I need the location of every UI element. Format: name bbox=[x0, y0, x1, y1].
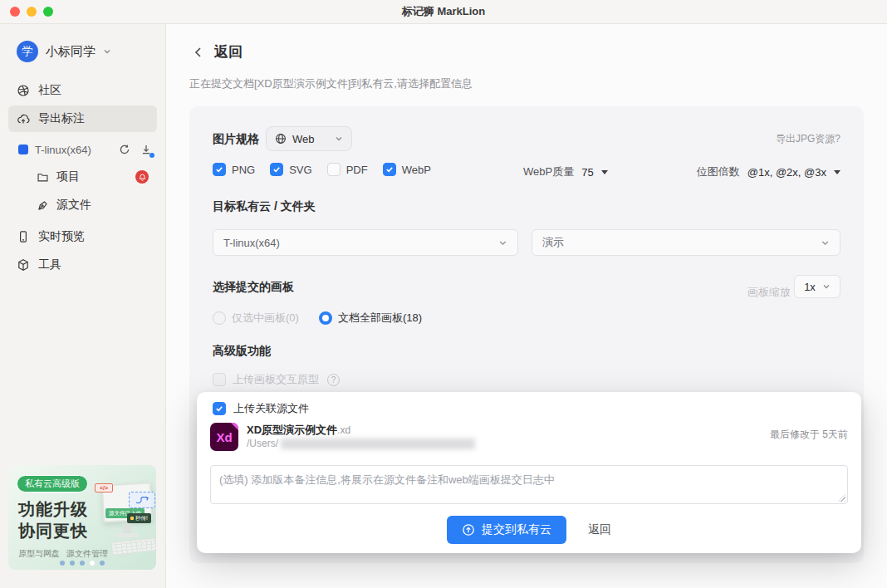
upload-icon bbox=[462, 523, 475, 537]
sidebar-item-label: 社区 bbox=[38, 83, 61, 98]
checkbox-icon bbox=[270, 163, 283, 176]
radio-icon bbox=[213, 311, 226, 325]
upload-prototype-checkbox[interactable]: 上传画板交互原型 ? bbox=[213, 372, 340, 387]
keyboard-illustration bbox=[110, 537, 156, 556]
chevron-left-icon bbox=[193, 47, 204, 58]
sidebar-item-live-preview[interactable]: 实时预览 bbox=[8, 223, 157, 250]
device-row[interactable]: T-linux(x64) bbox=[0, 137, 165, 162]
promo-title-1: 功能升级 bbox=[18, 498, 88, 521]
sidebar-item-label: 实时预览 bbox=[38, 229, 85, 244]
premium-promo-banner[interactable]: </> 源文件已上传 秒传! 私有云高级版 功能升级 协同更快 原型与网盘源文件… bbox=[8, 465, 156, 570]
sidebar-item-label: 源文件 bbox=[56, 198, 91, 213]
checkbox-icon bbox=[213, 402, 226, 415]
upload-source-checkbox[interactable]: 上传关联源文件 bbox=[213, 401, 309, 416]
code-tag: </> bbox=[95, 483, 113, 492]
help-icon[interactable]: ? bbox=[327, 374, 340, 386]
minimize-button[interactable] bbox=[27, 7, 37, 17]
bell-icon bbox=[139, 174, 146, 181]
xd-file-icon: Xd bbox=[210, 423, 238, 451]
promo-title-2: 协同更快 bbox=[18, 520, 88, 542]
cloud-upload-icon bbox=[17, 112, 30, 125]
caret-down-icon bbox=[601, 170, 608, 174]
sidebar-item-tools[interactable]: 工具 bbox=[8, 252, 157, 278]
target-cloud-select[interactable]: T-linux(x64) bbox=[213, 229, 518, 256]
radio-all-boards[interactable]: 文档全部画板(18) bbox=[319, 311, 422, 326]
promo-footer: 原型与网盘源文件管理 bbox=[18, 548, 108, 560]
format-checkbox-group: PNG SVG PDF WebP bbox=[213, 163, 431, 176]
target-section-title: 目标私有云 / 文件夹 bbox=[213, 199, 316, 214]
chevron-down-icon bbox=[335, 135, 343, 143]
last-modified: 最后修改于 5天前 bbox=[770, 428, 848, 442]
globe-icon bbox=[275, 133, 287, 145]
back-button[interactable]: 返回 bbox=[193, 42, 243, 61]
sidebar-item-label: 工具 bbox=[38, 257, 61, 272]
upload-source-label: 上传关联源文件 bbox=[233, 401, 309, 416]
avatar: 学 bbox=[17, 41, 38, 62]
file-extension: .xd bbox=[337, 424, 350, 436]
file-name: XD原型演示例文件.xd bbox=[247, 423, 350, 438]
redacted-path bbox=[281, 439, 475, 449]
sidebar-item-community[interactable]: 社区 bbox=[8, 77, 157, 104]
refresh-icon[interactable] bbox=[119, 144, 130, 155]
notification-badge bbox=[135, 170, 149, 184]
target-folder-select[interactable]: 演示 bbox=[532, 229, 840, 256]
board-radio-group: 仅选中画板(0) 文档全部画板(18) bbox=[213, 311, 422, 326]
close-button[interactable] bbox=[10, 7, 20, 17]
format-svg[interactable]: SVG bbox=[270, 163, 311, 176]
carousel-dots[interactable] bbox=[8, 561, 156, 566]
instant-tag: 秒传! bbox=[127, 513, 151, 523]
page-subtitle: 正在提交文档[XD原型演示例文件]到私有云,请选择配置信息 bbox=[189, 76, 473, 91]
premium-section-title: 高级版功能 bbox=[213, 344, 271, 359]
chevron-down-icon bbox=[498, 238, 507, 247]
modal-back-link[interactable]: 返回 bbox=[588, 522, 611, 537]
board-section-title: 选择提交的画板 bbox=[213, 280, 294, 295]
user-menu[interactable]: 学 小标同学 bbox=[0, 24, 165, 76]
board-zoom-label: 画板缩放 bbox=[747, 285, 791, 300]
format-png[interactable]: PNG bbox=[213, 163, 255, 176]
checkbox-icon bbox=[383, 163, 396, 176]
caret-down-icon bbox=[834, 170, 840, 174]
arrow-box bbox=[129, 492, 155, 508]
submit-source-modal: 上传关联源文件 Xd XD原型演示例文件.xd /Users/ 最后修改于 5天… bbox=[197, 392, 861, 553]
update-dot bbox=[149, 153, 154, 158]
export-jpg-link[interactable]: 导出JPG资源? bbox=[776, 132, 840, 146]
sidebar-item-export[interactable]: 导出标注 bbox=[8, 105, 157, 132]
board-zoom-dropdown[interactable]: 1x bbox=[794, 275, 840, 298]
file-path: /Users/ bbox=[247, 438, 475, 449]
checkbox-icon bbox=[213, 163, 226, 176]
platform-dropdown[interactable]: Web bbox=[266, 126, 352, 151]
window-title: 标记狮 MarkLion bbox=[402, 4, 485, 19]
submit-button[interactable]: 提交到私有云 bbox=[447, 516, 566, 544]
sidebar-item-projects[interactable]: 项目 bbox=[0, 164, 165, 190]
back-label: 返回 bbox=[214, 42, 243, 61]
format-pdf[interactable]: PDF bbox=[327, 163, 368, 176]
chevron-down-icon bbox=[821, 238, 830, 247]
image-spec-label: 图片规格 bbox=[213, 132, 259, 147]
chevron-down-icon bbox=[103, 47, 111, 56]
platform-value: Web bbox=[292, 133, 315, 145]
chevron-down-icon bbox=[822, 282, 831, 291]
device-status-icon bbox=[18, 145, 28, 154]
version-note-input[interactable] bbox=[210, 465, 848, 504]
radio-selected-boards[interactable]: 仅选中画板(0) bbox=[213, 311, 299, 326]
sidebar-item-label: 导出标注 bbox=[38, 111, 85, 126]
bitmap-scale-dropdown[interactable]: 位图倍数 @1x, @2x, @3x bbox=[697, 164, 840, 179]
pen-nib-icon bbox=[37, 199, 49, 212]
community-icon bbox=[17, 84, 30, 97]
webp-quality-dropdown[interactable]: WebP质量 75 bbox=[523, 164, 608, 179]
bolt-icon bbox=[130, 517, 134, 520]
device-label: T-linux(x64) bbox=[35, 144, 91, 156]
sidebar: 学 小标同学 社区 导出标注 T-linux(x64) 项目 源文件 bbox=[0, 24, 166, 588]
titlebar: 标记狮 MarkLion bbox=[0, 0, 887, 24]
traffic-lights bbox=[10, 7, 53, 17]
user-name: 小标同学 bbox=[46, 44, 96, 60]
folder-icon bbox=[37, 171, 49, 184]
checkbox-icon bbox=[327, 163, 341, 176]
checkbox-icon bbox=[213, 373, 226, 386]
cube-icon bbox=[17, 258, 30, 272]
modal-actions: 提交到私有云 返回 bbox=[197, 516, 861, 544]
radio-icon bbox=[319, 311, 332, 325]
sidebar-item-source-files[interactable]: 源文件 bbox=[0, 192, 165, 218]
format-webp[interactable]: WebP bbox=[383, 163, 431, 176]
zoom-window-button[interactable] bbox=[43, 7, 53, 17]
